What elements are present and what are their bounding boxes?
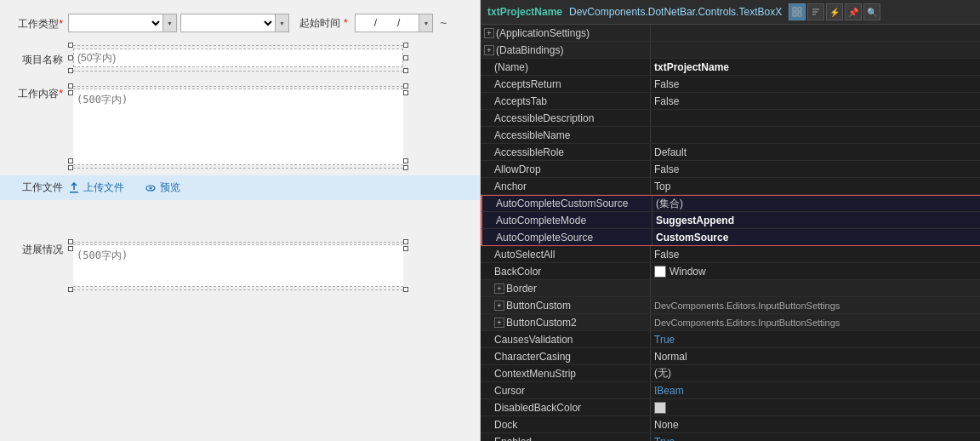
expand-button-custom[interactable]: + bbox=[494, 301, 504, 311]
properties-header: txtProjectName DevComponents.DotNetBar.C… bbox=[481, 0, 980, 25]
svg-rect-6 bbox=[798, 13, 801, 16]
upload-button[interactable]: 上传文件 bbox=[68, 180, 124, 195]
expand-data-bindings[interactable]: + bbox=[484, 45, 494, 55]
data-bindings-name: + (DataBindings) bbox=[481, 42, 651, 58]
resize-handle-br[interactable] bbox=[403, 68, 408, 73]
data-bindings-value bbox=[651, 42, 980, 58]
app-settings-name: + (ApplicationSettings) bbox=[481, 25, 651, 41]
start-time-label: 起始时间 bbox=[299, 16, 340, 31]
expand-app-settings[interactable]: + bbox=[484, 28, 494, 38]
causes-validation-row[interactable]: CausesValidation True bbox=[481, 331, 980, 348]
grid-view-button[interactable] bbox=[789, 3, 806, 20]
progress-input-group bbox=[68, 239, 408, 292]
dropdown-arrow-2[interactable]: ▼ bbox=[275, 14, 288, 32]
name-row[interactable]: (Name) txtProjectName bbox=[481, 59, 980, 76]
accepts-return-row[interactable]: AcceptsReturn False bbox=[481, 76, 980, 93]
dock-name: Dock bbox=[481, 416, 651, 432]
search-button[interactable]: 🔍 bbox=[863, 3, 880, 20]
data-bindings-row[interactable]: + (DataBindings) bbox=[481, 42, 980, 59]
accessible-name-prop: AccessibleName bbox=[481, 127, 651, 143]
toolbar-icons: ⚡ 📌 🔍 bbox=[789, 3, 880, 20]
object-name: txtProjectName bbox=[487, 6, 562, 18]
resize-handle-mr[interactable] bbox=[403, 55, 408, 60]
accessible-name-value bbox=[651, 127, 980, 143]
work-type-select-2[interactable]: ▼ bbox=[180, 14, 289, 32]
project-name-input[interactable] bbox=[73, 49, 403, 67]
auto-complete-custom-source-row[interactable]: AutoCompleteCustomSource (集合) bbox=[481, 195, 980, 212]
resize-handle-tr[interactable] bbox=[403, 43, 408, 48]
cursor-name: Cursor bbox=[481, 382, 651, 398]
svg-rect-4 bbox=[798, 8, 801, 11]
auto-select-all-value: False bbox=[651, 246, 980, 262]
button-custom-row[interactable]: + ButtonCustom DevComponents.Editors.Inp… bbox=[481, 297, 980, 314]
svg-point-2 bbox=[150, 186, 152, 189]
project-name-input-row bbox=[68, 49, 408, 67]
handle-br[interactable] bbox=[403, 165, 408, 170]
work-type-select-1[interactable]: ▼ bbox=[68, 14, 177, 32]
accessible-role-row[interactable]: AccessibleRole Default bbox=[481, 144, 980, 161]
accepts-return-name: AcceptsReturn bbox=[481, 76, 651, 92]
auto-complete-source-row[interactable]: AutoCompleteSource CustomSource bbox=[481, 229, 980, 246]
accessible-name-row[interactable]: AccessibleName bbox=[481, 127, 980, 144]
right-panel: txtProjectName DevComponents.DotNetBar.C… bbox=[481, 0, 980, 441]
accessible-desc-value bbox=[651, 110, 980, 126]
time-dropdown-arrow[interactable]: ▼ bbox=[419, 14, 432, 32]
time-field-2[interactable] bbox=[379, 17, 396, 29]
eye-icon bbox=[145, 182, 157, 194]
event-button[interactable]: ⚡ bbox=[826, 3, 843, 20]
back-color-row[interactable]: BackColor Window bbox=[481, 263, 980, 280]
expand-button-custom2[interactable]: + bbox=[494, 318, 504, 328]
progress-handle-br[interactable] bbox=[403, 287, 408, 292]
time-input-wrapper[interactable]: / / ▼ bbox=[355, 14, 434, 32]
sort-button[interactable] bbox=[807, 3, 824, 20]
auto-select-all-row[interactable]: AutoSelectAll False bbox=[481, 246, 980, 263]
file-controls: 上传文件 预览 bbox=[68, 180, 180, 195]
disabled-back-color-value bbox=[651, 399, 980, 415]
context-menu-strip-name: ContextMenuStrip bbox=[481, 365, 651, 381]
work-content-textarea[interactable] bbox=[73, 89, 403, 165]
cursor-row[interactable]: Cursor IBeam bbox=[481, 382, 980, 399]
progress-controls bbox=[68, 239, 471, 292]
app-settings-value bbox=[651, 25, 980, 41]
expand-border[interactable]: + bbox=[494, 284, 504, 294]
property-table[interactable]: + (ApplicationSettings) + (DataBindings)… bbox=[481, 25, 980, 441]
app-settings-row[interactable]: + (ApplicationSettings) bbox=[481, 25, 980, 42]
accessible-desc-row[interactable]: AccessibleDescription bbox=[481, 110, 980, 127]
handle-bottom bbox=[68, 165, 408, 170]
anchor-row[interactable]: Anchor Top bbox=[481, 178, 980, 195]
allow-drop-name: AllowDrop bbox=[481, 161, 651, 177]
context-menu-strip-row[interactable]: ContextMenuStrip (无) bbox=[481, 365, 980, 382]
cursor-value: IBeam bbox=[651, 382, 980, 398]
pin-button[interactable]: 📌 bbox=[845, 3, 862, 20]
accepts-tab-row[interactable]: AcceptsTab False bbox=[481, 93, 980, 110]
allow-drop-row[interactable]: AllowDrop False bbox=[481, 161, 980, 178]
dock-row[interactable]: Dock None bbox=[481, 416, 980, 433]
auto-complete-custom-source-name: AutoCompleteCustomSource bbox=[482, 196, 652, 211]
disabled-back-color-row[interactable]: DisabledBackColor bbox=[481, 399, 980, 416]
disabled-back-color-name: DisabledBackColor bbox=[481, 399, 651, 415]
enabled-row[interactable]: Enabled True bbox=[481, 433, 980, 441]
accepts-tab-value: False bbox=[651, 93, 980, 109]
auto-complete-mode-row[interactable]: AutoCompleteMode SuggestAppend bbox=[481, 212, 980, 229]
enabled-name: Enabled bbox=[481, 433, 651, 441]
causes-validation-value: True bbox=[651, 331, 980, 347]
svg-rect-3 bbox=[793, 8, 796, 11]
progress-handle-mr[interactable] bbox=[403, 246, 408, 251]
tilde-button[interactable]: ~ bbox=[440, 16, 447, 30]
time-field-1[interactable] bbox=[356, 17, 373, 29]
button-custom-value: DevComponents.Editors.InputButtonSetting… bbox=[651, 297, 980, 313]
progress-row: 进展情况 bbox=[0, 234, 480, 297]
work-file-row: 工作文件 上传文件 预览 bbox=[0, 175, 480, 200]
button-custom-name: + ButtonCustom bbox=[481, 297, 651, 313]
border-row[interactable]: + Border bbox=[481, 280, 980, 297]
class-name: DevComponents.DotNetBar.Controls.TextBox… bbox=[569, 6, 782, 18]
handle-mr2[interactable] bbox=[403, 158, 408, 163]
button-custom2-row[interactable]: + ButtonCustom2 DevComponents.Editors.In… bbox=[481, 314, 980, 331]
preview-button[interactable]: 预览 bbox=[145, 180, 180, 195]
handle-mr[interactable] bbox=[403, 90, 408, 95]
dropdown-arrow-1[interactable]: ▼ bbox=[162, 14, 176, 32]
character-casing-row[interactable]: CharacterCasing Normal bbox=[481, 348, 980, 365]
character-casing-name: CharacterCasing bbox=[481, 348, 651, 364]
time-field-3[interactable] bbox=[402, 17, 419, 29]
progress-textarea[interactable] bbox=[73, 244, 403, 287]
